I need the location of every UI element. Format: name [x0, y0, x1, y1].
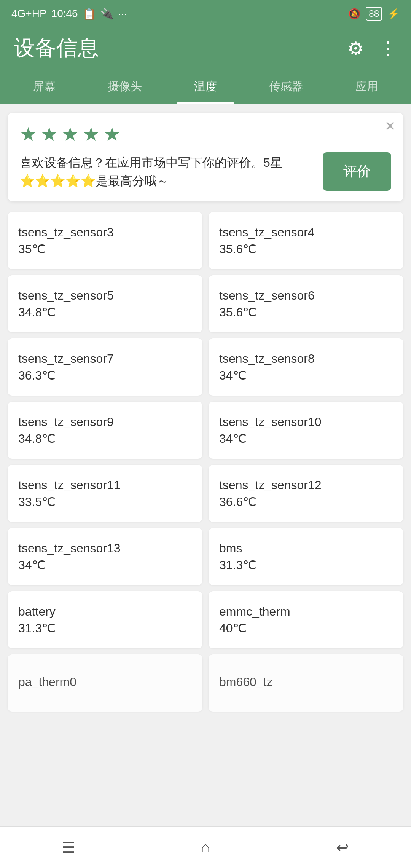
sensor-value: 33.5℃: [18, 495, 192, 509]
sensor-value: 40℃: [219, 621, 393, 635]
rate-button[interactable]: 评价: [323, 152, 391, 191]
sensor-name: tsens_tz_sensor5: [18, 289, 192, 303]
sensor-name: tsens_tz_sensor8: [219, 352, 393, 366]
status-bar-right: 🔕 88 ⚡: [348, 7, 400, 21]
sensor-value: 35.6℃: [219, 242, 393, 256]
list-item: tsens_tz_sensor5 34.8℃: [8, 275, 202, 332]
close-rating-button[interactable]: ✕: [384, 120, 396, 133]
list-item: emmc_therm 40℃: [209, 591, 403, 648]
list-item: battery 31.3℃: [8, 591, 202, 648]
list-item: bms 31.3℃: [209, 528, 403, 585]
star-2: ★: [41, 123, 58, 145]
list-item: tsens_tz_sensor12 36.6℃: [209, 465, 403, 522]
sensor-name: tsens_tz_sensor7: [18, 352, 192, 366]
list-item: tsens_tz_sensor4 35.6℃: [209, 212, 403, 269]
star-1: ★: [20, 123, 37, 145]
tab-screen[interactable]: 屏幕: [4, 69, 84, 104]
list-item: tsens_tz_sensor3 35℃: [8, 212, 202, 269]
signal-indicator: 4G+HP: [11, 8, 47, 20]
tab-app[interactable]: 应用: [327, 69, 407, 104]
list-item: tsens_tz_sensor13 34℃: [8, 528, 202, 585]
star-5: ★: [104, 123, 121, 145]
sensor-name: pa_therm0: [18, 675, 192, 689]
sensor-value: 35℃: [18, 242, 192, 256]
list-item: tsens_tz_sensor8 34℃: [209, 338, 403, 396]
sensor-grid: tsens_tz_sensor3 35℃ tsens_tz_sensor4 35…: [8, 212, 403, 712]
sensor-value: 34℃: [18, 558, 192, 572]
tab-temperature[interactable]: 温度: [165, 69, 246, 104]
list-item: tsens_tz_sensor10 34℃: [209, 402, 403, 459]
sensor-name: tsens_tz_sensor10: [219, 415, 393, 429]
main-content: ✕ ★ ★ ★ ★ ★ 喜欢设备信息？在应用市场中写下你的评价。5星⭐⭐⭐⭐⭐是…: [0, 104, 411, 721]
list-item: pa_therm0: [8, 654, 202, 712]
sensor-name: tsens_tz_sensor11: [18, 478, 192, 492]
sensor-name: tsens_tz_sensor9: [18, 415, 192, 429]
toolbar: 设备信息 ⚙ ⋮: [0, 27, 411, 69]
list-item: bm660_tz: [209, 654, 403, 712]
sensor-name: tsens_tz_sensor12: [219, 478, 393, 492]
status-bar: 4G+HP 10:46 📋 🔌 ··· 🔕 88 ⚡: [0, 0, 411, 27]
back-icon: ↩: [336, 839, 349, 856]
sensor-name: emmc_therm: [219, 605, 393, 619]
alarm-off-icon: 🔕: [348, 8, 360, 20]
menu-icon: ☰: [62, 839, 75, 856]
tab-sensor[interactable]: 传感器: [246, 69, 327, 104]
list-item: tsens_tz_sensor9 34.8℃: [8, 402, 202, 459]
menu-button[interactable]: ☰: [49, 834, 88, 861]
tab-camera[interactable]: 摄像头: [84, 69, 165, 104]
sensor-value: 31.3℃: [18, 621, 192, 635]
rating-text: 喜欢设备信息？在应用市场中写下你的评价。5星⭐⭐⭐⭐⭐是最高分哦～: [20, 153, 315, 190]
home-icon: ⌂: [201, 839, 210, 856]
tab-bar: 屏幕 摄像头 温度 传感器 应用: [0, 69, 411, 104]
more-dots: ···: [118, 8, 127, 20]
settings-icon[interactable]: ⚙: [347, 38, 364, 59]
battery-indicator: 88: [366, 7, 382, 21]
toolbar-icons: ⚙ ⋮: [347, 38, 397, 59]
bottom-navigation: ☰ ⌂ ↩: [0, 826, 411, 868]
star-rating: ★ ★ ★ ★ ★: [20, 123, 391, 145]
sensor-value: 34℃: [219, 431, 393, 446]
sensor-name: bms: [219, 541, 393, 555]
star-4: ★: [83, 123, 100, 145]
list-item: tsens_tz_sensor7 36.3℃: [8, 338, 202, 396]
home-button[interactable]: ⌂: [186, 834, 225, 861]
sensor-value: 34.8℃: [18, 431, 192, 446]
back-button[interactable]: ↩: [323, 834, 362, 861]
sensor-name: tsens_tz_sensor6: [219, 289, 393, 303]
page-title: 设备信息: [14, 34, 99, 63]
sensor-value: 34℃: [219, 368, 393, 383]
sensor-value: 36.6℃: [219, 495, 393, 509]
more-options-icon[interactable]: ⋮: [379, 38, 397, 59]
list-item: tsens_tz_sensor11 33.5℃: [8, 465, 202, 522]
usb-icon: 🔌: [100, 8, 114, 20]
sensor-name: tsens_tz_sensor3: [18, 225, 192, 239]
sensor-value: 31.3℃: [219, 558, 393, 572]
star-3: ★: [62, 123, 79, 145]
charging-icon: ⚡: [387, 8, 400, 20]
sensor-name: bm660_tz: [219, 675, 393, 689]
time-display: 10:46: [51, 8, 78, 20]
sensor-value: 36.3℃: [18, 368, 192, 383]
sensor-value: 34.8℃: [18, 305, 192, 319]
sensor-value: 35.6℃: [219, 305, 393, 319]
status-bar-left: 4G+HP 10:46 📋 🔌 ···: [11, 8, 127, 20]
list-item: tsens_tz_sensor6 35.6℃: [209, 275, 403, 332]
sensor-name: tsens_tz_sensor13: [18, 541, 192, 555]
rating-content: 喜欢设备信息？在应用市场中写下你的评价。5星⭐⭐⭐⭐⭐是最高分哦～ 评价: [20, 152, 391, 191]
sensor-name: tsens_tz_sensor4: [219, 225, 393, 239]
sensor-name: battery: [18, 605, 192, 619]
notification-icon: 📋: [83, 8, 96, 20]
rating-card: ✕ ★ ★ ★ ★ ★ 喜欢设备信息？在应用市场中写下你的评价。5星⭐⭐⭐⭐⭐是…: [8, 113, 403, 201]
